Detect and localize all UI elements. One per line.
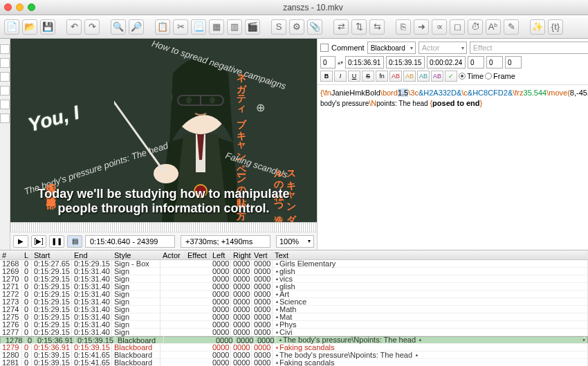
margin-left-input[interactable]: 0 <box>468 56 484 68</box>
svg-point-4 <box>210 97 215 104</box>
start-time-input[interactable]: 0:15:36.91 <box>345 56 384 68</box>
actor-select[interactable]: Actor <box>419 42 467 54</box>
grid-button[interactable]: ▦ <box>209 19 224 35</box>
spell-button[interactable]: Aᵇ <box>486 19 501 35</box>
props-button[interactable]: ⚙ <box>289 19 304 35</box>
col-style[interactable]: Style <box>112 251 160 259</box>
subtitle-edit-panel: Comment Blackboard Actor Effect 0 ▴▾ 0:1… <box>317 39 588 250</box>
time-mode-radio[interactable] <box>459 73 466 80</box>
clip-tool[interactable] <box>0 100 10 109</box>
scale-tool[interactable] <box>0 86 10 95</box>
layer-input[interactable]: 0 <box>320 56 336 68</box>
new-button[interactable]: 📄 <box>4 19 19 35</box>
timer-button[interactable]: ⏱ <box>468 19 483 35</box>
comment-label: Comment <box>331 44 365 52</box>
vector-tool[interactable] <box>0 113 10 123</box>
window-title: zanszs - 10.mkv <box>42 3 584 12</box>
table-row[interactable]: 128100:15:39.150:15:41.65Blackboard00000… <box>0 359 588 366</box>
col-right[interactable]: Right <box>231 251 252 259</box>
attach-button[interactable]: 📎 <box>307 19 322 35</box>
rotate-tool[interactable] <box>0 72 10 82</box>
zoom-window-button[interactable] <box>28 3 35 11</box>
video-zoom-select[interactable]: 100% <box>276 235 314 248</box>
play-line-button[interactable]: [▶] <box>31 235 46 248</box>
playback-shift-display: +3730ms; +1490ms <box>181 235 270 248</box>
main-toolbar: 📄📂💾↶↷🔍🔎📋✂📃▦▥🎬S⚙📎⇄⇅⇆⎘➜∝◻⏱Aᵇ✎✨{t} <box>0 15 588 39</box>
col-effect[interactable]: Effect <box>185 251 210 259</box>
col-actor[interactable]: Actor <box>160 251 185 259</box>
col-text[interactable]: Text <box>273 251 588 259</box>
col-left[interactable]: Left <box>210 251 231 259</box>
commit-button[interactable]: ✓ <box>445 71 457 82</box>
pause-button[interactable]: ❚❚ <box>49 235 64 248</box>
font-button[interactable]: fn <box>376 71 388 82</box>
swap-button[interactable]: ⇆ <box>369 19 385 35</box>
subtitle-grid[interactable]: #LStartEndStyleActorEffectLeftRightVertT… <box>0 250 588 366</box>
strike-button[interactable]: S <box>362 71 374 82</box>
frame-mode-radio[interactable] <box>485 73 492 80</box>
subtitle-text-input[interactable]: {\fnJanieHmkBold\bord1.5\3c&H2A332D&\c&H… <box>318 85 588 250</box>
copy-button[interactable]: 📋 <box>155 19 170 35</box>
box-button[interactable]: ◻ <box>450 19 465 35</box>
svg-point-3 <box>186 97 192 104</box>
open-button[interactable]: 📂 <box>22 19 37 35</box>
clip-button[interactable]: 🎬 <box>245 19 260 35</box>
move-tool[interactable] <box>0 58 10 68</box>
brush-button[interactable]: ✎ <box>504 19 519 35</box>
effect-select[interactable]: Effect <box>470 42 588 54</box>
video-overlay-target-icon: ⊕ <box>256 101 265 114</box>
col-l[interactable]: L <box>22 251 32 259</box>
video-preview[interactable]: You, I The body's pressure points: The h… <box>10 39 317 222</box>
minimize-window-button[interactable] <box>16 3 24 11</box>
shift-button[interactable]: ⇄ <box>333 19 349 35</box>
zoom-button[interactable]: 🔎 <box>129 19 144 35</box>
styles-button[interactable]: S <box>271 19 286 35</box>
audio-waveform[interactable] <box>10 223 317 232</box>
col-#[interactable]: # <box>0 251 22 259</box>
find-button[interactable]: 🔍 <box>111 19 126 35</box>
fish-button[interactable]: ∝ <box>432 19 447 35</box>
end-time-input[interactable]: 0:15:39.15 <box>386 56 425 68</box>
style-select[interactable]: Blackboard <box>367 42 416 54</box>
table-row[interactable]: 127800:15:36.910:15:39.15Blackboard00000… <box>0 336 588 344</box>
color2-button[interactable]: AB <box>403 71 416 82</box>
pointer-tool[interactable] <box>0 44 10 54</box>
margin-vert-input[interactable]: 0 <box>505 56 522 68</box>
col-vert[interactable]: Vert <box>252 251 273 259</box>
color4-button[interactable]: AB <box>431 71 443 82</box>
jump-button[interactable]: ⎘ <box>396 19 411 35</box>
video-subtitle-overlay: Today we'll be studying how to manipulat… <box>10 187 317 217</box>
window-controls <box>4 3 35 11</box>
underline-button[interactable]: U <box>348 71 360 82</box>
playback-time-display: 0:15:40.640 - 24399 <box>85 235 175 248</box>
color3-button[interactable]: AB <box>417 71 430 82</box>
comment-checkbox[interactable] <box>320 44 329 52</box>
color1-button[interactable]: AB <box>389 71 402 82</box>
duration-input[interactable]: 0:00:02.24 <box>427 56 466 68</box>
grid2-button[interactable]: ▥ <box>227 19 242 35</box>
undo-button[interactable]: ↶ <box>66 19 82 35</box>
redo-button[interactable]: ↷ <box>84 19 100 35</box>
save-button[interactable]: 💾 <box>40 19 55 35</box>
col-end[interactable]: End <box>72 251 112 259</box>
toggle-autoscroll-button[interactable]: ▤ <box>67 235 82 248</box>
frame-mode-label: Frame <box>493 72 515 80</box>
layer-spinner-icon[interactable]: ▴▾ <box>338 60 343 66</box>
video-overlay-jp-top: ネガティブ キャンペーンの貼り方 <box>235 66 248 202</box>
margin-right-input[interactable]: 0 <box>486 56 503 68</box>
titlebar: zanszs - 10.mkv <box>0 0 588 15</box>
close-window-button[interactable] <box>4 3 12 11</box>
bold-button[interactable]: B <box>320 71 333 82</box>
italic-button[interactable]: I <box>334 71 347 82</box>
sort-button[interactable]: ⇅ <box>351 19 367 35</box>
grid-header: #LStartEndStyleActorEffectLeftRightVertT… <box>0 250 588 260</box>
cut-button[interactable]: ✂ <box>173 19 188 35</box>
play-button[interactable]: ▶ <box>13 235 28 248</box>
video-tool-sidebar <box>0 39 10 250</box>
arrow-button[interactable]: ➜ <box>414 19 429 35</box>
paste-button[interactable]: 📃 <box>191 19 206 35</box>
video-overlay-text-main: You, I <box>26 102 82 136</box>
wand-button[interactable]: ✨ <box>530 19 545 35</box>
tag-button[interactable]: {t} <box>548 19 563 35</box>
col-start[interactable]: Start <box>32 251 72 259</box>
